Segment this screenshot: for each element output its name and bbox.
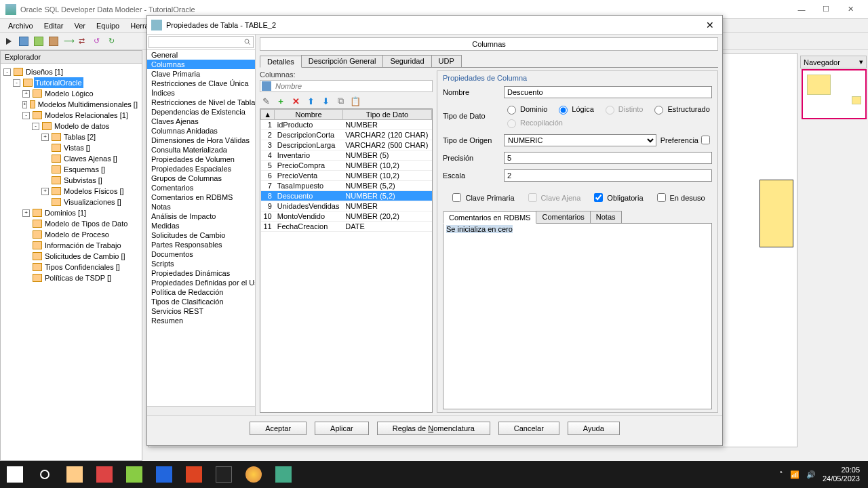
- category-item[interactable]: General: [147, 50, 255, 60]
- grid-row[interactable]: 5PrecioCompraNUMBER (10,2): [261, 161, 432, 171]
- undo-icon[interactable]: ↺: [92, 35, 104, 47]
- grid-row[interactable]: 4InventarioNUMBER (5): [261, 150, 432, 161]
- paste-icon[interactable]: 📋: [349, 95, 361, 107]
- cursor-icon[interactable]: [3, 35, 15, 47]
- category-item[interactable]: Propiedades Definidas por el Usuario: [147, 278, 255, 287]
- main-tab[interactable]: Descripción General: [301, 55, 384, 67]
- notepad-taskbar-icon[interactable]: [119, 461, 149, 488]
- brave-taskbar-icon[interactable]: [90, 461, 119, 488]
- up-icon[interactable]: ⬆: [304, 95, 317, 107]
- radio-estructurado[interactable]: Estructurado: [651, 104, 709, 115]
- category-item[interactable]: Consulta Materializada: [147, 145, 255, 155]
- tree-node[interactable]: Modelo de Proceso: [3, 229, 139, 240]
- navigator-minimap[interactable]: [802, 69, 867, 119]
- tree-node[interactable]: -TutorialOracle: [3, 77, 139, 88]
- tree-node[interactable]: Solicitudes de Cambio []: [3, 251, 139, 262]
- explorer-taskbar-icon[interactable]: [60, 461, 90, 488]
- tree-node[interactable]: +Modelo Lógico: [3, 88, 139, 99]
- grid-icon[interactable]: [18, 35, 30, 47]
- grid-row[interactable]: 11FechaCreacionDATE: [261, 222, 432, 232]
- category-item[interactable]: Propiedades de Volumen: [147, 155, 255, 164]
- category-item[interactable]: Medidas: [147, 221, 255, 230]
- search-button[interactable]: [30, 461, 60, 488]
- menu-equipo[interactable]: Equipo: [91, 22, 125, 30]
- main-tab[interactable]: Detalles: [260, 56, 302, 68]
- tray-chevron-icon[interactable]: ˄: [779, 470, 783, 479]
- tree-node[interactable]: Modelo de Tipos de Dato: [3, 218, 139, 229]
- grid-row[interactable]: 1idProductoNUMBER: [261, 120, 432, 130]
- tree-node[interactable]: Visualizaciones []: [3, 197, 139, 207]
- grid-header-num[interactable]: ▲: [261, 110, 275, 120]
- aplicar-button[interactable]: Aplicar: [315, 422, 369, 435]
- minimize-button[interactable]: —: [789, 2, 814, 17]
- tree-node[interactable]: Información de Trabajo: [3, 240, 139, 251]
- sync-icon[interactable]: ⇄: [77, 35, 90, 47]
- tree-node[interactable]: -Diseños [1]: [3, 66, 139, 77]
- tree-node[interactable]: Vistas []: [3, 142, 139, 153]
- category-item[interactable]: Tipos de Clasificación: [147, 297, 255, 306]
- comment-subtab[interactable]: Comentarios: [536, 211, 590, 223]
- app-taskbar-icon[interactable]: [269, 461, 298, 488]
- radio-dominio[interactable]: Dominio: [504, 104, 547, 115]
- grid-row[interactable]: 9UnidadesVendidasNUMBER: [261, 201, 432, 211]
- tree-node[interactable]: Tipos Confidenciales []: [3, 262, 139, 272]
- category-item[interactable]: Columnas Anidadas: [147, 126, 255, 136]
- tray-wifi-icon[interactable]: 📶: [790, 470, 800, 479]
- close-button[interactable]: ✕: [838, 2, 863, 17]
- menu-editar[interactable]: Editar: [39, 22, 69, 30]
- menu-archivo[interactable]: Archivo: [3, 22, 39, 30]
- comment-textarea[interactable]: Se inicializa en cero: [443, 224, 712, 409]
- taskbar-clock[interactable]: 20:05 24/05/2023: [823, 466, 860, 483]
- category-item[interactable]: Restricciones de Nivel de Tabla: [147, 98, 255, 107]
- tray-sound-icon[interactable]: 🔊: [806, 470, 816, 479]
- category-item[interactable]: Propiedades Espaciales: [147, 164, 255, 174]
- main-tab[interactable]: Seguridad: [382, 55, 431, 67]
- tree-node[interactable]: Subvistas []: [3, 175, 139, 186]
- maximize-button[interactable]: ☐: [814, 2, 838, 17]
- tree-node[interactable]: Políticas de TSDP []: [3, 272, 139, 283]
- ayuda-button[interactable]: Ayuda: [568, 422, 620, 435]
- filter-input[interactable]: [274, 81, 431, 91]
- cancelar-button[interactable]: Cancelar: [498, 422, 559, 435]
- comment-subtab[interactable]: Comentarios en RDBMS: [443, 211, 536, 224]
- category-item[interactable]: Comentarios: [147, 183, 255, 192]
- category-item[interactable]: Propiedades Dinámicas: [147, 268, 255, 278]
- start-button[interactable]: [0, 461, 30, 488]
- preferencia-check[interactable]: [701, 136, 710, 144]
- category-item[interactable]: Dependencias de Existencia: [147, 107, 255, 117]
- add-icon[interactable]: +: [275, 95, 287, 107]
- main-tab[interactable]: UDP: [431, 55, 462, 67]
- category-item[interactable]: Columnas: [147, 60, 255, 69]
- check-claveprimaria[interactable]: Clave Primaria: [450, 191, 514, 204]
- category-item[interactable]: Claves Ajenas: [147, 117, 255, 126]
- category-scroll-h[interactable]: [147, 406, 255, 415]
- grid-row[interactable]: 2DescripcionCortaVARCHAR2 (120 CHAR): [261, 130, 432, 140]
- category-item[interactable]: Comentarios en RDBMS: [147, 192, 255, 202]
- grid-row[interactable]: 10MontoVendidoNUMBER (20,2): [261, 211, 432, 222]
- tree-node[interactable]: Esquemas []: [3, 164, 139, 175]
- navigator-menu-icon[interactable]: ▾: [859, 58, 863, 66]
- remove-icon[interactable]: ✕: [290, 95, 302, 107]
- category-item[interactable]: Grupos de Columnas: [147, 174, 255, 183]
- category-item[interactable]: Índices: [147, 88, 255, 98]
- view-icon[interactable]: [47, 35, 60, 47]
- grid-header-name[interactable]: Nombre: [275, 110, 343, 120]
- comment-subtab[interactable]: Notas: [590, 211, 622, 223]
- dialog-close-button[interactable]: ✕: [702, 20, 718, 30]
- category-item[interactable]: Resumen: [147, 316, 255, 325]
- grid-row[interactable]: 7TasaImpuestoNUMBER (5,2): [261, 181, 432, 191]
- grid-header-type[interactable]: Tipo de Dato: [342, 110, 431, 120]
- grid-row[interactable]: 6PrecioVentaNUMBER (10,2): [261, 171, 432, 181]
- redo-icon[interactable]: ↻: [107, 35, 119, 47]
- chrome-taskbar-icon[interactable]: [239, 461, 269, 488]
- category-item[interactable]: Política de Redacción: [147, 287, 255, 297]
- tree-node[interactable]: +Dominios [1]: [3, 207, 139, 218]
- down-icon[interactable]: ⬇: [319, 95, 332, 107]
- escala-input[interactable]: [504, 169, 712, 182]
- table-icon[interactable]: [33, 35, 45, 47]
- category-item[interactable]: Partes Responsables: [147, 240, 255, 249]
- link-icon[interactable]: ⟶: [62, 35, 75, 47]
- tree-node[interactable]: +Modelos Multidimensionales []: [3, 99, 139, 110]
- canvas-table-shape[interactable]: [760, 180, 793, 247]
- copy-icon[interactable]: ⧉: [334, 95, 347, 107]
